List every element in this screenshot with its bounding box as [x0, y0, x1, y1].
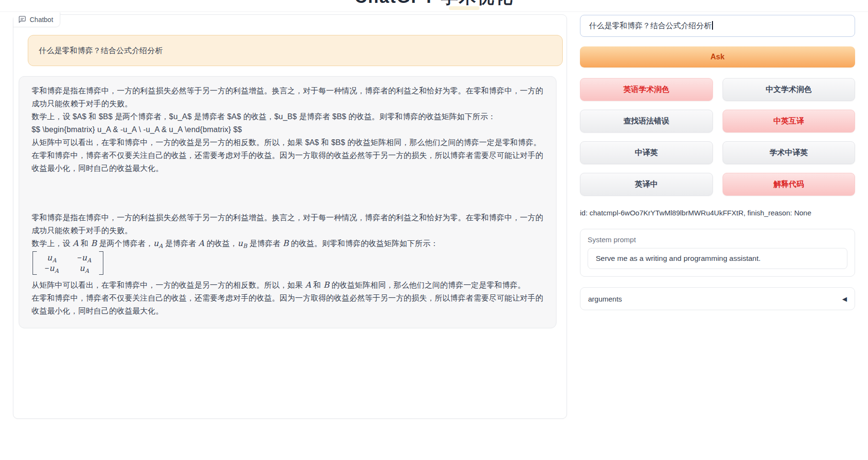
system-prompt-input[interactable]: Serve me as a writing and programming as… [588, 248, 847, 269]
academic-zh-to-en-button[interactable]: 学术中译英 [723, 141, 856, 164]
page-title: ChatGPT 学术优化 [0, 0, 868, 9]
bot-raw-formula: $$ \begin{bmatrix} u_A & -u_A \ -u_A & u… [32, 123, 544, 136]
text-caret [712, 21, 713, 30]
chat-bubble-icon [18, 15, 26, 23]
chinese-academic-polish-button[interactable]: 中文学术润色 [723, 78, 856, 101]
matrix-cell: uA [74, 263, 94, 273]
zh-to-en-button[interactable]: 中译英 [580, 141, 713, 164]
matrix-cell: uA [42, 253, 62, 263]
page-title-clipped: ChatGPT 学术优化 [0, 0, 868, 11]
bot-rendered-math-intro: 数学上，设 A 和 B 是两个博弈者，uA 是博弈者 A 的收益，uB 是博弈者… [32, 237, 544, 250]
explain-code-button[interactable]: 解释代码 [723, 173, 856, 196]
controls-column: 什么是零和博弈？结合公式介绍分析 Ask 英语学术润色中文学术润色查找语法错误中… [580, 15, 855, 310]
bot-message-bubble: 零和博弈是指在博弈中，一方的利益损失必然等于另一方的利益增益。换言之，对于每一种… [19, 76, 556, 328]
bot-rendered-block: 零和博弈是指在博弈中，一方的利益损失必然等于另一方的利益增益。换言之，对于每一种… [32, 211, 544, 317]
user-message-bubble: 什么是零和博弈？结合公式介绍分析 [28, 35, 563, 66]
question-input-value: 什么是零和博弈？结合公式介绍分析 [589, 22, 712, 30]
top-divider [0, 11, 868, 12]
matrix-figure: uA−uA−uAuA [33, 251, 103, 275]
bot-raw-block: 零和博弈是指在博弈中，一方的利益损失必然等于另一方的利益增益。换言之，对于每一种… [32, 84, 544, 175]
bot-raw-paragraph: 从矩阵中可以看出，在零和博弈中，一方的收益是另一方的相反数。所以，如果 $A$ … [32, 136, 544, 149]
arguments-accordion-label: arguments [588, 295, 622, 303]
zh-en-mutual-translate-button[interactable]: 中英互译 [723, 110, 856, 133]
payoff-matrix: uA−uA−uAuA [32, 250, 544, 279]
ask-button[interactable]: Ask [580, 46, 855, 67]
english-academic-polish-button[interactable]: 英语学术润色 [580, 78, 713, 101]
arguments-accordion[interactable]: arguments ◀ [580, 287, 855, 310]
chatbot-panel: Chatbot 什么是零和博弈？结合公式介绍分析 零和博弈是指在博弈中，一方的利… [13, 14, 567, 419]
question-input[interactable]: 什么是零和博弈？结合公式介绍分析 [580, 15, 855, 37]
matrix-cell: −uA [74, 253, 94, 263]
bot-message-gap [32, 175, 544, 211]
system-prompt-panel: System prompt Serve me as a writing and … [580, 229, 855, 277]
bot-raw-paragraph: 数学上，设 $A$ 和 $B$ 是两个博弈者，$u_A$ 是博弈者 $A$ 的收… [32, 110, 544, 123]
system-prompt-label: System prompt [588, 236, 847, 244]
chatbot-panel-label: Chatbot [13, 12, 60, 27]
user-message-text: 什么是零和博弈？结合公式介绍分析 [39, 46, 163, 55]
chatbot-panel-label-text: Chatbot [30, 16, 53, 23]
matrix-cell: −uA [42, 263, 62, 273]
bot-rendered-paragraph: 在零和博弈中，博弈者不仅要关注自己的收益，还需要考虑对手的收益。因为一方取得的收… [32, 292, 544, 317]
find-grammar-errors-button[interactable]: 查找语法错误 [580, 110, 713, 133]
en-to-zh-button[interactable]: 英译中 [580, 173, 713, 196]
completion-status-line: id: chatcmpl-6wOo7KrYTwMl89lbrMWRu4UkFFX… [580, 209, 855, 217]
bot-raw-paragraph: 零和博弈是指在博弈中，一方的利益损失必然等于另一方的利益增益。换言之，对于每一种… [32, 84, 544, 110]
bot-rendered-paragraph: 零和博弈是指在博弈中，一方的利益损失必然等于另一方的利益增益。换言之，对于每一种… [32, 211, 544, 237]
app-root: ChatGPT 学术优化 Chatbot 什么是零和博弈？结合公式介绍分析 零和… [0, 0, 868, 460]
bot-rendered-paragraph: 从矩阵中可以看出，在零和博弈中，一方的收益是另一方的相反数。所以，如果 A 和 … [32, 279, 544, 292]
accordion-collapse-icon: ◀ [842, 295, 847, 303]
bot-raw-paragraph: 在零和博弈中，博弈者不仅要关注自己的收益，还需要考虑对手的收益。因为一方取得的收… [32, 149, 544, 175]
quick-actions-grid: 英语学术润色中文学术润色查找语法错误中英互译中译英学术中译英英译中解释代码 [580, 78, 855, 196]
